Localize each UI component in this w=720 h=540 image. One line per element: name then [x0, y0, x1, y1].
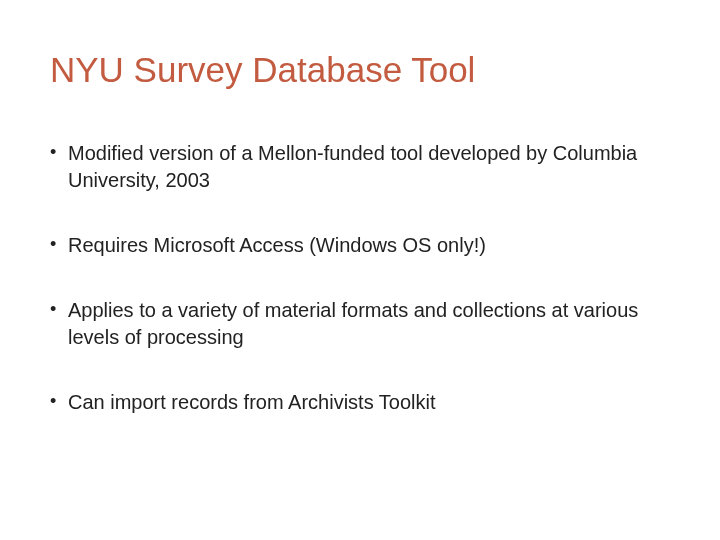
bullet-list: Modified version of a Mellon-funded tool…	[50, 140, 670, 416]
slide-title: NYU Survey Database Tool	[50, 50, 670, 90]
list-item: Can import records from Archivists Toolk…	[50, 389, 670, 416]
list-item: Requires Microsoft Access (Windows OS on…	[50, 232, 670, 259]
slide: NYU Survey Database Tool Modified versio…	[0, 0, 720, 540]
list-item: Applies to a variety of material formats…	[50, 297, 670, 351]
list-item: Modified version of a Mellon-funded tool…	[50, 140, 670, 194]
